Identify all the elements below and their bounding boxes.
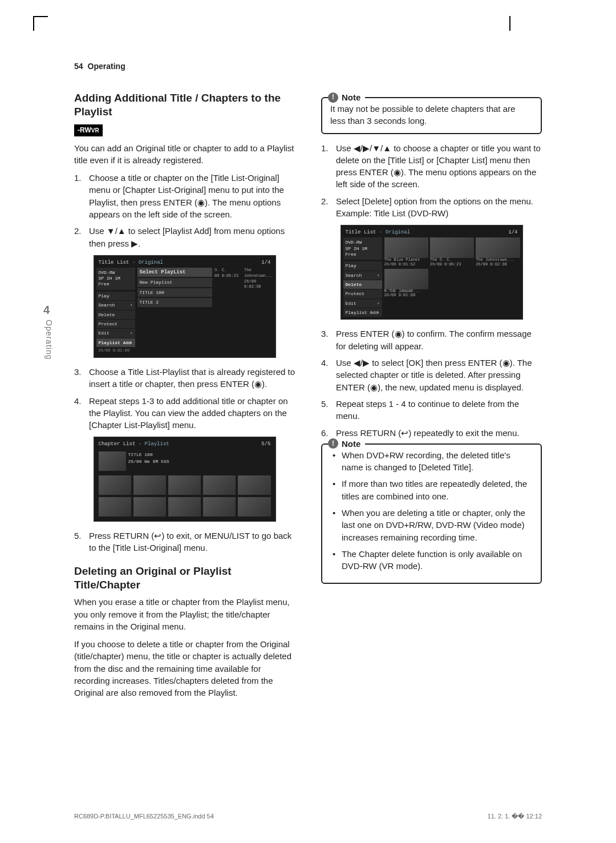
osd-menu-delete: Delete	[343, 280, 382, 289]
step-item: Press RETURN (↩) to exit, or MENU/LIST t…	[74, 530, 295, 554]
step-item: Use ◀/▶ to select [OK] then press ENTER …	[321, 357, 542, 393]
osd-menu-search: Search›	[96, 301, 135, 309]
osd-thumb	[133, 497, 166, 517]
osd-menu-edit: Edit›	[343, 299, 382, 308]
osd-menu-playlist-add: Playlist Add›	[343, 308, 382, 317]
osd-thumb	[133, 475, 166, 495]
crop-mark-tr	[509, 16, 510, 31]
step-item: Choose a title or chapter on the [Title …	[74, 172, 295, 220]
para: If you choose to delete a title or chapt…	[74, 638, 295, 699]
osd-page: 1/4	[261, 259, 270, 267]
para: When you erase a title or chapter from t…	[74, 596, 295, 632]
osd-thumb-caption: O. C.09 0:05:23	[214, 268, 242, 347]
steps-list-right-1: Use ◀/▶/▼/▲ to choose a chapter or title…	[321, 142, 542, 220]
osd-title: Chapter List	[99, 441, 136, 447]
step-item: Use ◀/▶/▼/▲ to choose a chapter or title…	[321, 142, 542, 191]
osd-thumb-caption: The Johnstown...26/09 0:02:30	[244, 268, 273, 347]
footer-timestamp: 11. 2. 1. �� 12:12	[488, 813, 542, 820]
note-bullet: If more than two titles are repeatedly d…	[330, 478, 533, 502]
osd-popup-item: TITLE 100	[137, 288, 213, 297]
osd-disc-info: DVD-RW SP 2H 1M Free	[343, 237, 382, 260]
page-header: 54 Operating	[74, 62, 542, 71]
osd-menu-protect: Protect	[343, 289, 382, 298]
osd-thumb-caption: The Blue Planet26/09 0:01:52	[384, 258, 428, 267]
heading-deleting-title: Deleting an Original or Playlist Title/C…	[74, 564, 295, 592]
osd-mode: - Playlist	[139, 441, 169, 447]
osd-thumb	[384, 269, 428, 289]
osd-thumb	[238, 497, 270, 517]
osd-menu-edit: Edit›	[96, 329, 135, 337]
step-item: Use ▼/▲ to select [Playlist Add] from me…	[74, 225, 295, 249]
page-number: 54	[74, 62, 83, 71]
osd-thumb	[99, 475, 131, 495]
heading-adding-title: Adding Additional Title / Chapters to th…	[74, 91, 295, 119]
right-column: ! Note It may not be possible to delete …	[321, 91, 542, 705]
note-bullet: When you are deleting a title or chapter…	[330, 507, 533, 543]
osd-popup-item: TITLE 2	[137, 298, 213, 306]
note-label: Note	[342, 438, 360, 450]
osd-popup-head: Select PlayList	[137, 268, 213, 277]
note-bullet: When DVD+RW recording, the deleted title…	[330, 449, 533, 474]
osd-popup-item: New Playlist	[137, 278, 213, 287]
osd-menu-search: Search›	[343, 271, 382, 280]
note-icon: !	[328, 92, 338, 103]
osd-title-list-delete: Title List - Original 1/4 DVD-RW SP 2H 1…	[341, 225, 523, 320]
steps-list-right-2: Press ENTER (◉) to confirm. The confirm …	[321, 328, 542, 438]
osd-thumb	[203, 497, 236, 517]
osd-meta: TITLE 100 26/09 We 9M 55S	[128, 451, 169, 465]
osd-page: 5/5	[261, 441, 270, 448]
osd-menu-play: Play	[343, 261, 382, 270]
osd-thumb	[430, 237, 474, 258]
osd-thumb-caption: The O. C.26/09 0:05:23	[430, 258, 474, 267]
note-label: Note	[342, 91, 360, 103]
steps-list-1: Choose a title or chapter on the [Title …	[74, 172, 295, 249]
osd-chapter-list-playlist: Chapter List - Playlist 5/5 TITLE 100 26…	[94, 437, 276, 522]
intro-para: You can add an Original title or chapter…	[74, 142, 295, 167]
osd-thumb-caption: The Johnstown...26/09 0:02:30	[476, 258, 520, 267]
content-columns: Adding Additional Title / Chapters to th…	[74, 91, 542, 705]
osd-thumb	[168, 497, 201, 517]
note-legend: ! Note	[328, 438, 365, 450]
format-badge-rwvr: -RWVR	[74, 124, 103, 136]
osd-menu-playlist-add: Playlist Add›	[96, 338, 135, 347]
osd-thumb	[99, 497, 131, 517]
step-item: Press RETURN (↩) repeatedly to exit the …	[321, 427, 542, 439]
osd-disc-info: DVD-RW SP 2H 1M Free	[96, 268, 135, 290]
note-bullet-list: When DVD+RW recording, the deleted title…	[330, 449, 533, 572]
note-icon: !	[328, 438, 338, 449]
osd-title: Title List	[346, 229, 376, 235]
step-item: Press ENTER (◉) to confirm. The confirm …	[321, 328, 542, 352]
step-item: Choose a Title List-Playlist that is alr…	[74, 366, 295, 390]
note-legend: ! Note	[328, 91, 365, 103]
footer-filename: RC689D-P.BITALLU_MFL65225535_ENG.indd 54	[74, 813, 214, 820]
osd-page: 1/4	[508, 229, 517, 236]
note-bullet: The Chapter delete function is only avai…	[330, 548, 533, 572]
osd-mode: - Original	[132, 260, 163, 265]
osd-title-list-original: Title List - Original 1/4 DVD-RW SP 2H 1…	[94, 255, 276, 358]
osd-thumb	[168, 475, 201, 495]
note-text: It may not be possible to delete chapter…	[330, 103, 533, 127]
osd-menu-delete: Delete	[96, 310, 135, 319]
manual-page: 54 Operating 4 Operating Adding Addition…	[0, 0, 616, 843]
chapter-number-tab: 4	[43, 304, 50, 317]
osd-menu-protect: Protect	[96, 320, 135, 328]
note-box-1: ! Note It may not be possible to delete …	[321, 97, 542, 134]
osd-menu-play: Play	[96, 292, 135, 300]
steps-list-2: Choose a Title List-Playlist that is alr…	[74, 366, 295, 431]
osd-thumb	[476, 237, 520, 258]
note-box-2: ! Note When DVD+RW recording, the delete…	[321, 443, 542, 584]
step-item: Repeat steps 1-3 to add additional title…	[74, 395, 295, 431]
osd-thumb	[203, 475, 236, 495]
section-name: Operating	[88, 62, 125, 71]
osd-thumb	[238, 475, 270, 495]
left-column: Adding Additional Title / Chapters to th…	[74, 91, 295, 705]
osd-footer: 26/09 0:01:09	[96, 347, 273, 355]
osd-thumb	[99, 451, 126, 471]
step-item: Repeat steps 1 - 4 to continue to delete…	[321, 398, 542, 422]
crop-mark-tl	[33, 16, 48, 31]
osd-thumb	[384, 237, 428, 258]
osd-thumb-caption: M-THE JANUAR...26/09 0:01:09	[384, 289, 428, 298]
page-footer: RC689D-P.BITALLU_MFL65225535_ENG.indd 54…	[74, 813, 542, 820]
osd-mode: - Original	[379, 229, 410, 235]
osd-title: Title List	[99, 260, 129, 265]
